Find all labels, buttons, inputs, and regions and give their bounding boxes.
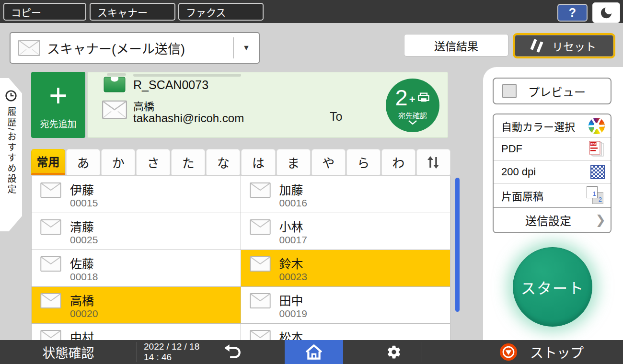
- destination-confirm-label: 宛先確認: [398, 110, 427, 120]
- preview-toggle-button[interactable]: プレビュー: [493, 78, 611, 104]
- contact-row[interactable]: 田中 00019: [241, 287, 450, 324]
- contact-row-selected[interactable]: 高橋 00020: [32, 287, 241, 324]
- mail-envelope-icon: [250, 330, 271, 340]
- gear-icon: [386, 344, 402, 360]
- tab-copy[interactable]: コピー: [3, 3, 86, 21]
- contact-id: 00016: [279, 197, 307, 209]
- to-field-label: To: [330, 110, 342, 124]
- destination-panel: R_SCAN0073 高橋 takahashi@ricoh.com To 2 +…: [87, 72, 448, 138]
- mail-envelope-icon: [40, 256, 61, 272]
- scan-settings-panel: プレビュー 自動カラー選択 PDF PDF 200 dpi 片面原稿 21: [483, 67, 623, 340]
- add-destination-label: 宛先追加: [40, 117, 76, 130]
- destination-contact-name: 高橋: [133, 98, 154, 113]
- tab-scanner[interactable]: スキャナー: [90, 3, 175, 21]
- contact-row[interactable]: 佐藤 00018: [32, 250, 241, 287]
- contact-name: 高橋: [70, 291, 94, 308]
- mail-envelope-icon: [250, 256, 271, 272]
- stop-icon: [499, 343, 518, 361]
- contact-row[interactable]: 伊藤 00015: [32, 176, 241, 213]
- destination-confirm-button[interactable]: 2 + 宛先確認: [386, 79, 439, 132]
- color-mode-setting[interactable]: 自動カラー選択: [494, 114, 611, 137]
- reset-button[interactable]: リセット: [513, 33, 615, 58]
- contact-name: 佐藤: [70, 254, 94, 272]
- system-bottom-bar: 状態確認 2022 / 12 / 18 14 : 46 ストップ: [0, 340, 623, 364]
- start-button[interactable]: スタート: [513, 247, 592, 327]
- energy-saver-button[interactable]: [592, 2, 620, 23]
- history-suggested-settings-tab[interactable]: 履歴/おすすめ設定: [0, 78, 22, 231]
- file-format-setting[interactable]: PDF PDF: [494, 137, 611, 160]
- help-button[interactable]: ?: [557, 4, 588, 22]
- contact-id: 00018: [70, 271, 98, 283]
- mail-envelope-icon: [40, 219, 61, 235]
- back-button[interactable]: [216, 340, 249, 364]
- add-destination-button[interactable]: + 宛先追加: [31, 72, 85, 138]
- kana-tab-frequent[interactable]: 常用: [31, 149, 65, 175]
- kana-tab-a[interactable]: あ: [66, 149, 100, 175]
- tab-fax[interactable]: ファクス: [178, 3, 264, 21]
- kana-tab-ta[interactable]: た: [171, 149, 205, 175]
- one-sided-original-icon: 21: [587, 186, 605, 205]
- contact-row[interactable]: 中村: [32, 324, 241, 340]
- chevron-down-icon: [408, 120, 417, 125]
- mail-envelope-icon: [18, 40, 40, 56]
- list-switch-button[interactable]: [416, 149, 450, 175]
- settings-button[interactable]: [377, 340, 411, 364]
- contact-name: 鈴木: [279, 254, 303, 272]
- preview-checkbox[interactable]: [502, 84, 517, 98]
- svg-text:PDF: PDF: [591, 143, 597, 146]
- kana-tab-ha[interactable]: は: [241, 149, 275, 175]
- function-selector-dropdown[interactable]: スキャナー(メール送信) ▼: [10, 32, 260, 64]
- send-results-button[interactable]: 送信結果: [404, 34, 508, 57]
- kana-tab-ka[interactable]: か: [101, 149, 135, 175]
- mail-envelope-icon: [40, 293, 61, 308]
- status-check-button[interactable]: 状態確認: [0, 340, 137, 364]
- kana-tab-sa[interactable]: さ: [136, 149, 170, 175]
- stop-label: ストップ: [530, 342, 584, 362]
- divider: [422, 342, 422, 362]
- contact-name: 加藤: [279, 181, 303, 198]
- resolution-setting[interactable]: 200 dpi: [494, 160, 611, 183]
- kana-tab-ma[interactable]: ま: [277, 149, 311, 175]
- list-scrollbar[interactable]: [455, 178, 460, 312]
- time-label: 14 : 46: [144, 352, 199, 363]
- contact-row[interactable]: 清藤 00025: [32, 213, 241, 250]
- kana-tab-na[interactable]: な: [206, 149, 240, 175]
- contact-row[interactable]: 松本: [241, 324, 450, 340]
- moon-icon: [599, 6, 613, 20]
- back-arrow-icon: [223, 343, 242, 361]
- home-button[interactable]: [285, 340, 343, 364]
- function-selector-label: スキャナー(メール送信): [47, 39, 233, 57]
- contact-id: 00017: [279, 234, 307, 246]
- send-settings-button[interactable]: 送信設定 ❯: [494, 207, 611, 232]
- contact-row[interactable]: 加藤 00016: [241, 176, 450, 213]
- mail-envelope-icon: [250, 293, 271, 308]
- pdf-file-icon: PDF: [588, 140, 605, 158]
- kana-tab-ra[interactable]: ら: [346, 149, 381, 175]
- auto-color-icon: [588, 118, 605, 134]
- clock-icon: [5, 90, 17, 102]
- original-side-setting[interactable]: 片面原稿 21: [494, 183, 611, 207]
- stop-button[interactable]: ストップ: [460, 340, 623, 364]
- contact-name: 中村: [70, 328, 94, 340]
- contact-row-selected[interactable]: 鈴木 00023: [241, 250, 450, 287]
- contact-name: 小林: [279, 217, 303, 235]
- contact-id: 00015: [70, 197, 98, 209]
- kana-tab-ya[interactable]: や: [312, 149, 346, 175]
- mail-envelope-icon: [250, 219, 271, 235]
- contact-list: 伊藤 00015 加藤 00016 清藤 00025 小林 00017 佐藤 0…: [31, 176, 450, 340]
- preview-label: プレビュー: [528, 83, 586, 100]
- resolution-icon: [590, 165, 605, 179]
- list-switch-icon: [426, 155, 440, 170]
- folder-destination-icon: [104, 76, 126, 92]
- folder-destination-name: R_SCAN0073: [133, 78, 208, 92]
- contact-name: 田中: [279, 291, 303, 308]
- device-screen: コピー スキャナー ファクス ? スキャナー(メール送信) ▼ 送信結果 リセッ…: [0, 0, 623, 364]
- top-app-bar: コピー スキャナー ファクス ?: [0, 0, 623, 23]
- kana-tab-wa[interactable]: わ: [381, 149, 415, 175]
- mail-envelope-icon: [250, 182, 271, 198]
- scan-settings-group: 自動カラー選択 PDF PDF 200 dpi 片面原稿 21 送信設定: [493, 114, 611, 233]
- printer-icon: [417, 92, 430, 103]
- plus-icon: +: [409, 93, 415, 106]
- contact-id: 00020: [70, 308, 98, 319]
- contact-row[interactable]: 小林 00017: [241, 213, 450, 250]
